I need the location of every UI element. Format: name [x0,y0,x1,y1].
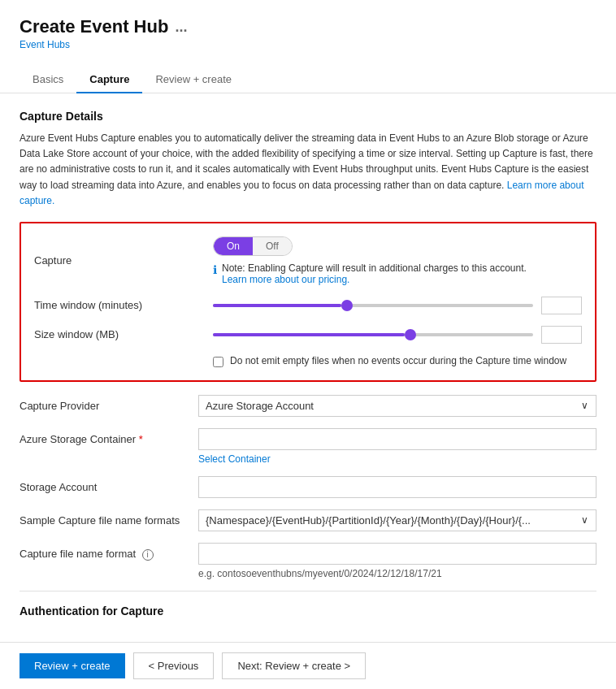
size-window-slider[interactable] [213,327,533,343]
storage-account-input[interactable] [198,476,596,498]
capture-provider-control: Azure Storage Account [198,395,596,417]
previous-button[interactable]: < Previous [133,652,215,679]
size-window-control: 300 [213,326,582,344]
capture-label: Capture [34,254,213,266]
capture-provider-select[interactable]: Azure Storage Account [198,395,596,417]
capture-provider-select-wrapper: Azure Storage Account [198,395,596,417]
required-indicator: * [139,433,143,445]
capture-toggle[interactable]: On Off [213,236,293,256]
more-options-icon[interactable]: ... [175,19,187,36]
file-name-format-row: Capture file name format i {Namespace}/{… [20,543,596,579]
review-create-button[interactable]: Review + create [20,653,125,678]
tab-basics[interactable]: Basics [20,67,76,93]
main-content: Capture Details Azure Event Hubs Capture… [0,93,616,642]
file-name-format-input[interactable]: {Namespace}/{EventHub}/{PartitionId}/{Ye… [198,543,596,565]
slider-thumb[interactable] [341,300,353,311]
storage-account-label: Storage Account [20,476,198,493]
capture-options-box: Capture On Off ℹ Note: Enabling Capture … [20,222,596,382]
info-icon: ℹ [213,263,217,276]
time-window-label: Time window (minutes) [34,299,213,311]
page: Create Event Hub ... Event Hubs Basics C… [0,0,616,689]
pricing-link[interactable]: Learn more about our pricing. [222,274,349,285]
emit-checkbox-row: Do not emit empty files when no events o… [213,355,582,367]
capture-toggle-row: Capture On Off ℹ Note: Enabling Capture … [34,236,582,285]
file-name-format-info-icon[interactable]: i [142,549,154,561]
storage-container-row: Azure Storage Container * Select Contain… [20,428,596,465]
slider-fill [213,304,341,307]
time-window-value[interactable]: 5 [541,297,582,314]
emit-checkbox[interactable] [213,357,223,367]
storage-container-control: Select Container [198,428,596,465]
file-name-format-control: {Namespace}/{EventHub}/{PartitionId}/{Ye… [198,543,596,579]
tab-review-create[interactable]: Review + create [142,67,245,93]
size-window-value[interactable]: 300 [541,326,582,344]
file-name-format-label: Capture file name format i [20,543,198,561]
storage-account-control [198,476,596,498]
time-window-control: 5 [213,297,582,314]
slider-track [213,304,533,307]
capture-note: ℹ Note: Enabling Capture will result in … [213,262,582,285]
title-text: Create Event Hub [20,16,168,37]
section-title: Capture Details [20,110,596,123]
subtitle: Event Hubs [20,39,596,50]
sample-format-select-wrapper: {Namespace}/{EventHub}/{PartitionId}/{Ye… [198,509,596,531]
page-title: Create Event Hub ... [20,16,596,37]
sample-format-select[interactable]: {Namespace}/{EventHub}/{PartitionId}/{Ye… [198,509,596,531]
size-slider-thumb[interactable] [405,329,416,340]
toggle-on-option[interactable]: On [214,237,253,255]
capture-toggle-control: On Off ℹ Note: Enabling Capture will res… [213,236,582,285]
capture-provider-label: Capture Provider [20,395,198,412]
time-window-row: Time window (minutes) 5 [34,297,582,314]
next-button[interactable]: Next: Review + create > [222,652,366,679]
auth-section-title: Authentication for Capture [20,604,596,618]
bottom-bar: Review + create < Previous Next: Review … [0,642,616,689]
sample-format-control: {Namespace}/{EventHub}/{PartitionId}/{Ye… [198,509,596,531]
size-window-label: Size window (MB) [34,328,213,340]
emit-checkbox-label[interactable]: Do not emit empty files when no events o… [230,355,566,366]
size-window-row: Size window (MB) 300 [34,326,582,344]
size-slider-track [213,333,533,336]
sample-format-label: Sample Capture file name formats [20,509,198,526]
capture-provider-row: Capture Provider Azure Storage Account [20,395,596,417]
storage-container-label: Azure Storage Container * [20,428,198,445]
capture-description: Azure Event Hubs Capture enables you to … [20,131,596,209]
divider [20,591,596,592]
size-slider-fill [213,333,405,336]
time-window-slider[interactable] [213,297,533,314]
file-name-format-hint: e.g. contosoeventhubns/myevent/0/2024/12… [198,568,596,579]
header: Create Event Hub ... Event Hubs [0,0,616,57]
toggle-off-option[interactable]: Off [253,237,292,255]
sample-format-row: Sample Capture file name formats {Namesp… [20,509,596,531]
file-name-format-label-text: Capture file name format [20,548,136,560]
storage-container-input[interactable] [198,428,596,450]
tab-bar: Basics Capture Review + create [0,67,616,93]
storage-container-label-text: Azure Storage Container [20,433,136,445]
select-container-link[interactable]: Select Container [198,453,271,465]
storage-account-row: Storage Account [20,476,596,498]
capture-note-text: Note: Enabling Capture will result in ad… [222,262,527,274]
tab-capture[interactable]: Capture [76,67,142,93]
